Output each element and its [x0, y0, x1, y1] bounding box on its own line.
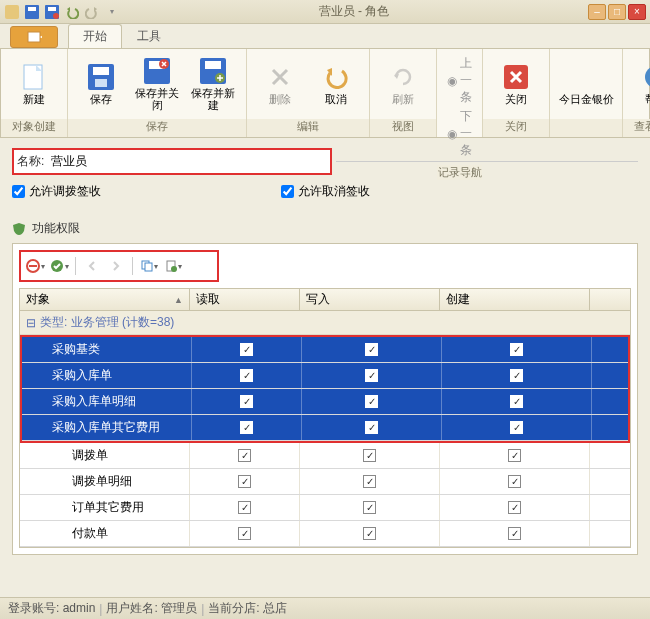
checkbox-icon[interactable]: [365, 421, 378, 434]
status-branch: 当前分店: 总店: [208, 600, 287, 617]
cell-read[interactable]: [190, 469, 300, 494]
save-button[interactable]: 保存: [74, 51, 128, 117]
close-icon: [502, 63, 530, 91]
svg-rect-2: [28, 7, 36, 11]
cell-read[interactable]: [192, 363, 302, 388]
checkbox-icon[interactable]: [240, 395, 253, 408]
checkbox-icon[interactable]: [365, 369, 378, 382]
group-create-label: 对象创建: [1, 119, 67, 137]
cell-write[interactable]: [300, 469, 440, 494]
qat-save-icon[interactable]: [24, 4, 40, 20]
group-close-label: 关闭: [483, 119, 549, 137]
cancel-button[interactable]: 取消: [309, 51, 363, 117]
checkbox-icon[interactable]: [508, 475, 521, 488]
checkbox-icon[interactable]: [510, 395, 523, 408]
checkbox-icon[interactable]: [240, 369, 253, 382]
deny-all-button[interactable]: [24, 255, 46, 277]
checkbox-icon[interactable]: [508, 527, 521, 540]
svg-rect-4: [48, 7, 56, 11]
qat-saveclose-icon[interactable]: [44, 4, 60, 20]
checkbox-icon[interactable]: [240, 343, 253, 356]
checkbox-icon[interactable]: [363, 501, 376, 514]
table-row[interactable]: 采购入库单其它费用: [22, 415, 628, 441]
checkbox-icon[interactable]: [238, 501, 251, 514]
prev-record-button: ◉上一条: [447, 55, 472, 106]
cell-create[interactable]: [442, 337, 592, 362]
cell-create[interactable]: [440, 443, 590, 468]
close-button[interactable]: ×: [628, 4, 646, 20]
allow-cancel-checkbox[interactable]: 允许取消签收: [281, 183, 370, 200]
table-row[interactable]: 付款单: [20, 521, 630, 547]
maximize-button[interactable]: □: [608, 4, 626, 20]
allow-all-button[interactable]: [48, 255, 70, 277]
col-write[interactable]: 写入: [300, 289, 440, 310]
cell-read[interactable]: [192, 389, 302, 414]
table-row[interactable]: 调拨单: [20, 443, 630, 469]
qat-undo-icon[interactable]: [64, 4, 80, 20]
tab-start[interactable]: 开始: [68, 24, 122, 48]
cell-read[interactable]: [192, 337, 302, 362]
checkbox-icon[interactable]: [365, 343, 378, 356]
table-row[interactable]: 采购基类: [22, 337, 628, 363]
checkbox-icon[interactable]: [238, 527, 251, 540]
checkbox-icon[interactable]: [510, 343, 523, 356]
checkbox-icon[interactable]: [510, 369, 523, 382]
cell-create[interactable]: [440, 495, 590, 520]
permissions-box: 对象▲ 读取 写入 创建 ⊟ 类型: 业务管理 (计数=38) 采购基类采购入库…: [12, 243, 638, 555]
new-button[interactable]: 新建: [7, 51, 61, 117]
save-new-icon: [199, 57, 227, 85]
table-row[interactable]: 调拨单明细: [20, 469, 630, 495]
close-record-button[interactable]: 关闭: [489, 51, 543, 117]
cell-read[interactable]: [190, 495, 300, 520]
collapse-icon[interactable]: ⊟: [26, 316, 36, 330]
checkbox-icon[interactable]: [510, 421, 523, 434]
paste-button[interactable]: [162, 255, 184, 277]
name-input[interactable]: [51, 155, 327, 169]
cell-write[interactable]: [302, 363, 442, 388]
cell-write[interactable]: [300, 521, 440, 546]
checkbox-icon[interactable]: [363, 527, 376, 540]
qat-dropdown-icon[interactable]: ▾: [104, 4, 120, 20]
tab-tools[interactable]: 工具: [122, 24, 176, 48]
checkbox-icon[interactable]: [508, 501, 521, 514]
group-header-row[interactable]: ⊟ 类型: 业务管理 (计数=38): [20, 311, 630, 335]
checkbox-icon[interactable]: [508, 449, 521, 462]
cell-object: 采购入库单: [22, 363, 192, 388]
save-close-button[interactable]: 保存并关闭: [130, 51, 184, 117]
allow-transfer-checkbox[interactable]: 允许调拨签收: [12, 183, 101, 200]
col-read[interactable]: 读取: [190, 289, 300, 310]
app-menu-button[interactable]: [10, 26, 58, 48]
checkbox-icon[interactable]: [363, 449, 376, 462]
cell-create[interactable]: [440, 521, 590, 546]
cell-create[interactable]: [442, 415, 592, 440]
cell-read[interactable]: [192, 415, 302, 440]
gold-price-button[interactable]: 今日金银价: [556, 51, 616, 117]
col-object[interactable]: 对象▲: [20, 289, 190, 310]
minimize-button[interactable]: –: [588, 4, 606, 20]
cell-create[interactable]: [440, 469, 590, 494]
checkbox-icon[interactable]: [363, 475, 376, 488]
checkbox-icon[interactable]: [365, 395, 378, 408]
cell-write[interactable]: [302, 415, 442, 440]
cell-write[interactable]: [302, 337, 442, 362]
svg-rect-0: [5, 5, 19, 19]
cell-read[interactable]: [190, 521, 300, 546]
table-row[interactable]: 采购入库单明细: [22, 389, 628, 415]
cell-read[interactable]: [190, 443, 300, 468]
table-row[interactable]: 订单其它费用: [20, 495, 630, 521]
svg-rect-10: [95, 79, 107, 87]
cell-create[interactable]: [442, 389, 592, 414]
save-new-button[interactable]: 保存并新建: [186, 51, 240, 117]
checkbox-icon[interactable]: [240, 421, 253, 434]
col-create[interactable]: 创建: [440, 289, 590, 310]
help-button[interactable]: ?帮助: [629, 51, 650, 117]
cell-write[interactable]: [302, 389, 442, 414]
copy-button[interactable]: [138, 255, 160, 277]
cell-write[interactable]: [300, 495, 440, 520]
cell-write[interactable]: [300, 443, 440, 468]
cell-create[interactable]: [442, 363, 592, 388]
checkbox-icon[interactable]: [238, 449, 251, 462]
qat-redo-icon[interactable]: [84, 4, 100, 20]
checkbox-icon[interactable]: [238, 475, 251, 488]
table-row[interactable]: 采购入库单: [22, 363, 628, 389]
